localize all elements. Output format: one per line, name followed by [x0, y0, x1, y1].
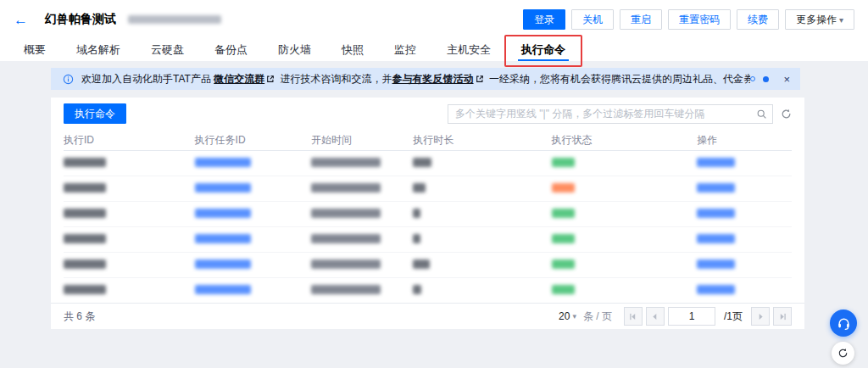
- search-area: [448, 104, 792, 124]
- table-cell: [64, 234, 195, 246]
- redacted-action-link[interactable]: [697, 285, 735, 294]
- execute-command-button[interactable]: 执行命令: [64, 103, 126, 124]
- shutdown-button[interactable]: 关机: [571, 9, 614, 30]
- search-icon[interactable]: [756, 109, 767, 120]
- table-header-row: 执行ID执行任务ID开始时间执行时长执行状态操作: [64, 130, 792, 151]
- redacted-start-time: [311, 285, 381, 294]
- redacted-start-time: [311, 183, 381, 192]
- search-input[interactable]: [455, 108, 756, 120]
- tab-6[interactable]: 监控: [379, 39, 431, 61]
- redacted-duration: [413, 183, 426, 192]
- status-badge-success: [552, 285, 575, 294]
- table-cell: [413, 158, 551, 170]
- page-size-value: 20: [559, 310, 570, 322]
- column-header-4: 执行状态: [552, 133, 698, 148]
- redacted-task-id-link[interactable]: [195, 158, 251, 167]
- pagination-prev-button[interactable]: [646, 307, 665, 326]
- banner-text-3: 一经采纳，您将有机会获得腾讯云提供的周边礼品、代金券等神秘奖励！: [487, 73, 751, 85]
- circular-arrow-icon: [837, 348, 849, 359]
- table-cell: [552, 259, 698, 271]
- table-cell: [697, 183, 792, 195]
- table-cell: [552, 285, 698, 297]
- page-size-select[interactable]: 20 ▾: [559, 310, 576, 322]
- table-cell: [311, 209, 413, 220]
- banner-text-1: 欢迎加入自动化助手TAT产品: [81, 73, 214, 85]
- redacted-action-link[interactable]: [697, 234, 735, 243]
- external-link-icon[interactable]: [476, 75, 484, 83]
- carousel-dot-2[interactable]: [763, 76, 769, 82]
- redacted-duration: [413, 158, 431, 167]
- redacted-task-id-link[interactable]: [195, 285, 251, 294]
- tab-7[interactable]: 主机安全: [431, 39, 506, 61]
- table-cell: [697, 234, 792, 246]
- redacted-execution-id: [64, 158, 106, 167]
- status-badge-success: [552, 234, 575, 243]
- table-cell: [311, 158, 413, 170]
- table-cell: [413, 183, 551, 195]
- support-button[interactable]: [830, 309, 857, 337]
- table-cell: [552, 158, 698, 170]
- table-cell: [64, 209, 195, 220]
- table-cell: [195, 158, 311, 170]
- table-cell: [552, 234, 698, 246]
- pagination-first-button[interactable]: [624, 307, 643, 326]
- redacted-execution-id: [64, 234, 106, 243]
- tab-0[interactable]: 概要: [8, 39, 61, 61]
- redacted-task-id-link[interactable]: [195, 259, 251, 269]
- tab-bar: 概要域名解析云硬盘备份点防火墙快照监控主机安全执行命令: [0, 34, 868, 61]
- feedback-activity-link[interactable]: 参与有奖反馈活动: [392, 73, 474, 85]
- login-button[interactable]: 登录: [523, 9, 565, 30]
- status-badge-failed: [552, 183, 575, 192]
- banner-text: 欢迎加入自动化助手TAT产品 微信交流群 进行技术咨询和交流，并参与有奖反馈活动…: [81, 72, 750, 86]
- status-badge-success: [552, 259, 575, 269]
- renew-button[interactable]: 续费: [737, 9, 779, 30]
- wechat-group-link[interactable]: 微信交流群: [214, 73, 264, 85]
- redacted-action-link[interactable]: [697, 183, 735, 192]
- banner-close-icon[interactable]: ×: [783, 74, 790, 85]
- back-arrow-icon[interactable]: ←: [14, 13, 28, 27]
- column-header-0: 执行ID: [64, 133, 195, 148]
- redacted-task-id-link[interactable]: [195, 183, 251, 192]
- tab-1[interactable]: 域名解析: [61, 39, 136, 61]
- redacted-task-id-link[interactable]: [195, 234, 251, 243]
- table-cell: [195, 234, 311, 246]
- redacted-start-time: [311, 209, 381, 218]
- table-row: [64, 278, 792, 304]
- tab-5[interactable]: 快照: [326, 39, 379, 61]
- table-cell: [311, 259, 413, 271]
- table-cell: [552, 209, 698, 220]
- execution-panel: 执行命令 执行ID执行任务ID开始时间执行时长执行状态操作 共 6 条: [51, 98, 804, 329]
- redacted-execution-id: [64, 285, 106, 294]
- table-cell: [195, 183, 311, 195]
- chevron-down-icon: ▾: [572, 312, 576, 321]
- tab-3[interactable]: 备份点: [199, 39, 263, 61]
- redacted-task-id-link[interactable]: [195, 209, 251, 218]
- table-row: [64, 176, 792, 202]
- more-actions-button[interactable]: 更多操作 ▾: [785, 9, 854, 30]
- carousel-dot-1[interactable]: [750, 76, 755, 81]
- refresh-icon[interactable]: [781, 109, 792, 120]
- table-cell: [413, 234, 551, 246]
- redacted-execution-id: [64, 183, 106, 192]
- pagination-last-button[interactable]: [773, 307, 792, 326]
- table-row: [64, 151, 792, 176]
- tab-2[interactable]: 云硬盘: [136, 39, 199, 61]
- reset-password-button[interactable]: 重置密码: [668, 9, 731, 30]
- restart-button[interactable]: 重启: [620, 9, 662, 30]
- table-cell: [64, 158, 195, 170]
- tab-8[interactable]: 执行命令: [506, 39, 581, 61]
- external-link-icon[interactable]: [266, 75, 275, 83]
- page-number-input[interactable]: [668, 307, 715, 326]
- redacted-action-link[interactable]: [697, 158, 735, 167]
- table-body: [64, 151, 792, 304]
- feedback-refresh-button[interactable]: [832, 342, 854, 365]
- title-row: ← 幻兽帕鲁测试 登录关机重启重置密码续费更多操作 ▾: [0, 0, 868, 34]
- redacted-action-link[interactable]: [697, 209, 735, 218]
- table-cell: [413, 209, 551, 220]
- redacted-action-link[interactable]: [697, 259, 735, 269]
- table-footer: 共 6 条 20 ▾ 条 / 页 /1页: [51, 303, 804, 329]
- table-cell: [413, 285, 551, 297]
- tab-4[interactable]: 防火墙: [263, 39, 326, 61]
- redacted-instance-info: [128, 15, 221, 24]
- pagination-next-button[interactable]: [751, 307, 770, 326]
